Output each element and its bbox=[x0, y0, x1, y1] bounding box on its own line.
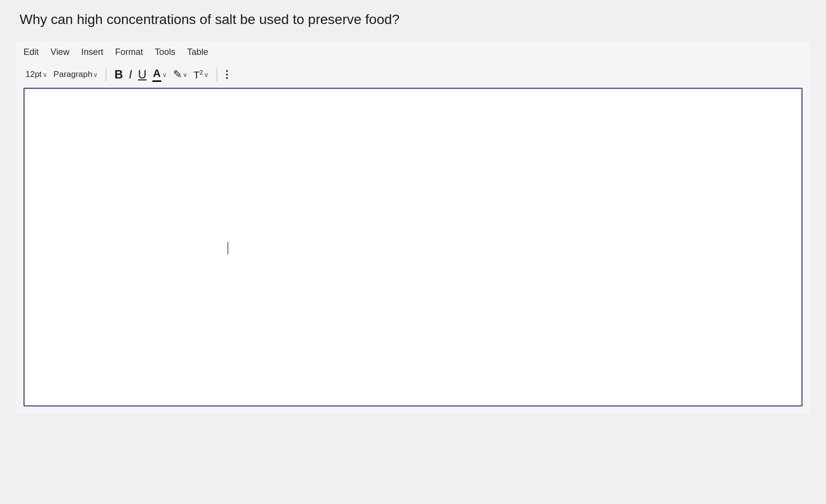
menu-item-format[interactable]: Format bbox=[115, 47, 143, 57]
font-color-underline bbox=[152, 80, 161, 82]
paragraph-style-dropdown[interactable]: Paragraph ∨ bbox=[51, 69, 100, 80]
underline-label: U bbox=[138, 68, 147, 81]
menu-item-table[interactable]: Table bbox=[187, 47, 208, 57]
font-color-label: A bbox=[153, 67, 161, 80]
font-size-chevron-icon: ∨ bbox=[43, 71, 48, 78]
highlight-button[interactable]: ✎ ∨ bbox=[171, 67, 190, 82]
font-color-chevron-icon: ∨ bbox=[162, 71, 167, 78]
text-cursor: | bbox=[226, 239, 229, 255]
dot-2 bbox=[226, 74, 228, 76]
dot-3 bbox=[226, 77, 228, 79]
menu-item-insert[interactable]: Insert bbox=[81, 47, 103, 57]
dot-1 bbox=[226, 70, 228, 72]
font-size-label: 12pt bbox=[25, 70, 42, 79]
superscript-label: T2 bbox=[194, 69, 203, 81]
menu-item-edit[interactable]: Edit bbox=[24, 47, 39, 57]
bold-button[interactable]: B bbox=[112, 67, 125, 82]
toolbar-separator-1 bbox=[106, 68, 106, 81]
italic-label: I bbox=[129, 68, 132, 81]
paragraph-style-label: Paragraph bbox=[53, 70, 92, 79]
italic-button[interactable]: I bbox=[127, 67, 134, 82]
superscript-number: 2 bbox=[200, 69, 203, 76]
superscript-chevron-icon: ∨ bbox=[204, 71, 209, 78]
highlight-icon: ✎ bbox=[173, 68, 182, 81]
font-color-button[interactable]: A ∨ bbox=[150, 66, 169, 83]
font-size-dropdown[interactable]: 12pt ∨ bbox=[24, 69, 50, 80]
highlight-chevron-icon: ∨ bbox=[183, 71, 188, 78]
paragraph-chevron-icon: ∨ bbox=[93, 71, 98, 78]
more-options-button[interactable] bbox=[223, 68, 231, 81]
underline-button[interactable]: U bbox=[136, 67, 149, 82]
question-title: Why can high concentrations of salt be u… bbox=[20, 12, 810, 27]
menu-item-view[interactable]: View bbox=[50, 47, 70, 57]
toolbar-separator-2 bbox=[217, 68, 217, 81]
editor-container: Edit View Insert Format Tools Table 12pt… bbox=[16, 41, 810, 414]
bold-label: B bbox=[114, 68, 123, 81]
toolbar: 12pt ∨ Paragraph ∨ B I U A ∨ bbox=[16, 62, 810, 88]
menu-bar: Edit View Insert Format Tools Table bbox=[16, 41, 810, 62]
menu-item-tools[interactable]: Tools bbox=[155, 47, 175, 57]
font-color-icon: A bbox=[152, 67, 161, 82]
text-editor-area[interactable]: | bbox=[24, 88, 802, 406]
superscript-button[interactable]: T2 ∨ bbox=[192, 68, 211, 82]
